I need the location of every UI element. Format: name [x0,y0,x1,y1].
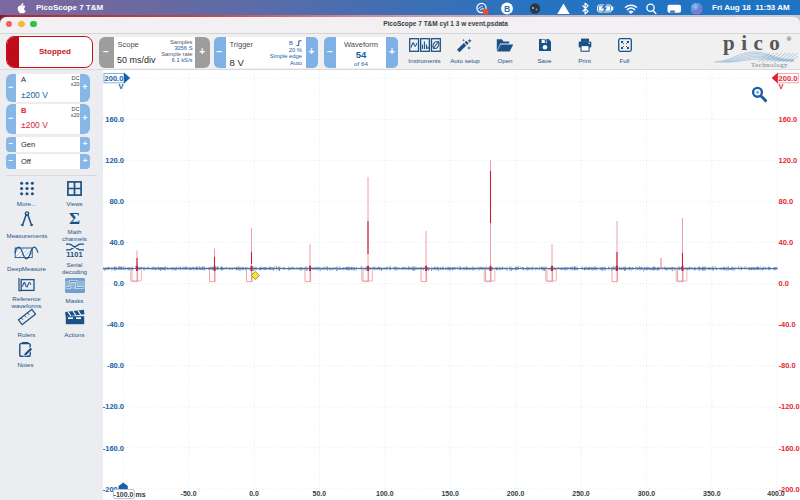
svg-text:V: V [779,82,784,91]
svg-text:V: V [118,82,123,91]
svg-text:B: B [504,4,510,14]
